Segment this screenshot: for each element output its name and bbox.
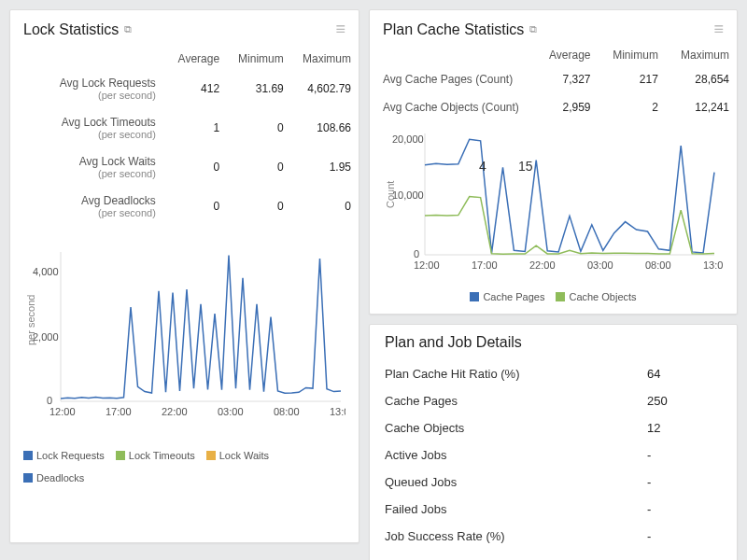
ytick: 0 — [47, 395, 52, 406]
card-menu-icon[interactable]: ≡ — [713, 20, 724, 39]
legend-lock-requests: Lock Requests — [36, 450, 105, 461]
ytick: 2,000 — [33, 331, 59, 343]
details-row: Cache Objects12 — [385, 414, 722, 441]
plan-chart: Count 20,000 10,000 0 12:0017:0022:0003:… — [383, 129, 724, 287]
lock-stats-table: Average Minimum Maximum Avg Lock Request… — [10, 49, 359, 226]
lock-statistics-card: Lock Statistics ⧉ ≡ Average Minimum Maxi… — [9, 9, 359, 543]
svg-text:03:00: 03:00 — [218, 406, 244, 417]
legend-lock-timeouts: Lock Timeouts — [129, 450, 195, 461]
svg-text:17:00: 17:00 — [106, 406, 132, 417]
svg-text:13:0..: 13:0.. — [330, 406, 345, 417]
col-average: Average — [535, 45, 599, 65]
svg-text:22:00: 22:00 — [162, 406, 188, 417]
ytick: 10,000 — [392, 189, 424, 201]
plan-job-details-card: Plan and Job Details Plan Cache Hit Rati… — [369, 324, 738, 560]
svg-text:03:00: 03:00 — [587, 259, 613, 271]
svg-text:12:00: 12:00 — [49, 406, 76, 417]
svg-text:17:00: 17:00 — [472, 259, 498, 271]
legend-lock-waits: Lock Waits — [219, 450, 269, 461]
details-row: Failed Jobs- — [385, 496, 722, 523]
details-row: Queued Jobs- — [385, 469, 722, 496]
col-minimum: Minimum — [227, 49, 291, 69]
lock-stats-title: Lock Statistics ⧉ — [23, 21, 132, 38]
svg-text:13:0..: 13:0.. — [703, 259, 724, 271]
popout-icon[interactable]: ⧉ — [124, 23, 132, 35]
details-row: Job Success Rate (%)- — [385, 523, 722, 550]
lock-chart: per second 4,000 2,000 0 12:0017:0022:00… — [23, 243, 345, 429]
chart-annotation: 4 — [479, 159, 486, 174]
plan-stats-title-text: Plan Cache Statistics — [383, 21, 524, 38]
plan-stats-title: Plan Cache Statistics ⧉ — [383, 21, 537, 38]
details-title: Plan and Job Details — [385, 334, 722, 351]
plan-stats-table: Average Minimum Maximum Avg Cache Pages … — [370, 45, 737, 121]
legend-cache-objects: Cache Objects — [569, 291, 636, 302]
details-row: Active Jobs- — [385, 441, 722, 469]
card-menu-icon[interactable]: ≡ — [335, 20, 345, 39]
details-row: Cache Pages250 — [385, 387, 722, 414]
svg-text:08:00: 08:00 — [645, 259, 671, 271]
legend-deadlocks: Deadlocks — [36, 472, 84, 483]
table-row: Avg Lock Requests(per second)41231.694,6… — [10, 69, 359, 108]
table-row: Avg Deadlocks(per second)000 — [10, 187, 359, 226]
plan-cache-statistics-card: Plan Cache Statistics ⧉ ≡ Average Minimu… — [369, 9, 738, 315]
details-row: Plan Cache Hit Ratio (%)64 — [385, 360, 722, 387]
chart-annotation: 15 — [518, 159, 533, 174]
svg-text:12:00: 12:00 — [414, 259, 440, 271]
lock-stats-title-text: Lock Statistics — [23, 21, 119, 38]
popout-icon[interactable]: ⧉ — [529, 23, 537, 35]
lock-legend: Lock Requests Lock Timeouts Lock Waits D… — [10, 444, 359, 495]
ytick: 0 — [414, 248, 419, 259]
col-average: Average — [167, 49, 227, 69]
table-row: Avg Lock Waits(per second)001.95 — [10, 147, 359, 187]
table-row: Avg Lock Timeouts(per second)10108.66 — [10, 108, 359, 147]
table-row: Avg Cache Pages (Count)7,32721728,654 — [370, 65, 737, 93]
legend-cache-pages: Cache Pages — [483, 291, 544, 302]
svg-text:22:00: 22:00 — [529, 259, 556, 271]
table-row: Avg Cache Objects (Count)2,959212,241 — [370, 93, 737, 121]
col-maximum: Maximum — [666, 45, 737, 65]
ytick: 4,000 — [33, 266, 59, 277]
svg-text:08:00: 08:00 — [274, 406, 300, 417]
col-maximum: Maximum — [291, 49, 359, 69]
ytick: 20,000 — [392, 133, 424, 145]
col-minimum: Minimum — [599, 45, 666, 65]
